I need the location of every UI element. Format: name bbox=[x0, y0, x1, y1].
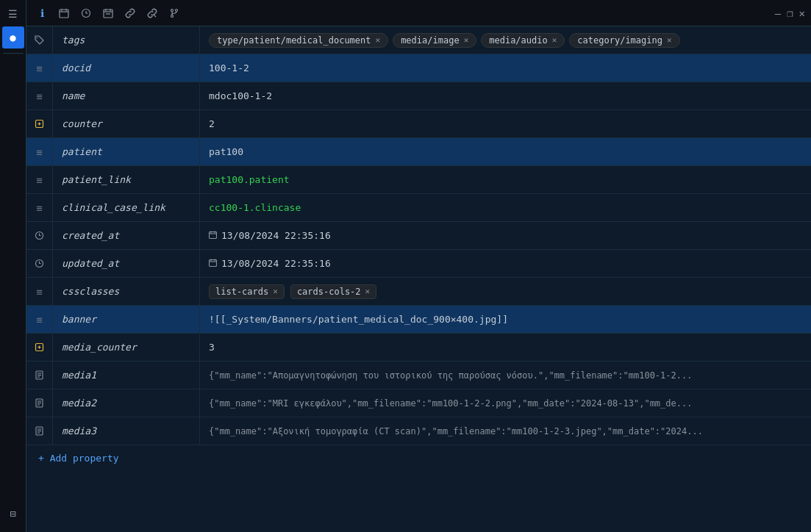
tags-value: type/patient/medical_document ✕ media/im… bbox=[200, 26, 811, 54]
media-counter-key: media_counter bbox=[53, 334, 200, 361]
sidebar-dot-icon[interactable]: ● bbox=[2, 26, 24, 48]
svg-line-10 bbox=[154, 15, 156, 17]
svg-point-15 bbox=[37, 37, 38, 39]
css-chip-remove-1[interactable]: ✕ bbox=[365, 287, 371, 296]
updated-at-key: updated_at bbox=[53, 250, 200, 277]
patient-link-anchor[interactable]: pat100.patient bbox=[209, 174, 290, 185]
css-chip-label-0: list-cards bbox=[215, 287, 268, 297]
media2-row[interactable]: media2 {"mm_name":"MRI εγκεφάλου","mm_fi… bbox=[26, 389, 811, 417]
tag-chip-3[interactable]: category/imaging ✕ bbox=[569, 33, 679, 48]
counter-icon bbox=[26, 110, 53, 137]
calendar-toolbar-icon[interactable] bbox=[54, 4, 74, 23]
banner-row[interactable]: ≡ banner ![[_System/Banners/patient_medi… bbox=[26, 306, 811, 334]
svg-rect-20 bbox=[210, 231, 217, 238]
minimize-button[interactable]: — bbox=[775, 7, 781, 19]
tag-label-0: type/patient/medical_document bbox=[217, 35, 371, 46]
created-at-text: 13/08/2024 22:35:16 bbox=[221, 230, 331, 241]
patient-key: patient bbox=[53, 138, 200, 165]
tag-remove-1[interactable]: ✕ bbox=[464, 35, 469, 45]
sidebar-split-icon[interactable]: ⊟ bbox=[2, 503, 24, 525]
info-toolbar-icon[interactable]: ℹ bbox=[32, 4, 51, 23]
clock-toolbar-icon[interactable] bbox=[76, 4, 96, 23]
clinical-case-anchor[interactable]: cc100-1.clincase bbox=[209, 202, 301, 213]
tags-key: tags bbox=[53, 26, 200, 54]
banner-value[interactable]: ![[_System/Banners/patient_medical_doc_9… bbox=[200, 306, 811, 333]
media1-icon bbox=[26, 362, 53, 389]
clinical-case-icon: ≡ bbox=[26, 194, 53, 221]
svg-point-12 bbox=[171, 15, 174, 17]
name-value[interactable]: mdoc100-1-2 bbox=[200, 82, 811, 109]
tag-chip-1[interactable]: media/image ✕ bbox=[393, 33, 476, 48]
sidebar: ☰ ● ⊟ bbox=[0, 0, 26, 532]
patient-row[interactable]: ≡ patient pat100 bbox=[26, 138, 811, 166]
patient-link-row[interactable]: ≡ patient_link pat100.patient bbox=[26, 166, 811, 194]
tags-row: tags type/patient/medical_document ✕ med… bbox=[26, 26, 811, 54]
tag-remove-2[interactable]: ✕ bbox=[552, 35, 557, 45]
media-counter-value[interactable]: 3 bbox=[200, 334, 811, 361]
cssclasses-value: list-cards ✕ cards-cols-2 ✕ bbox=[200, 278, 811, 305]
sidebar-menu-icon[interactable]: ☰ bbox=[2, 3, 24, 25]
docid-icon: ≡ bbox=[26, 54, 53, 82]
svg-rect-0 bbox=[60, 10, 68, 18]
calendar2-toolbar-icon[interactable] bbox=[99, 4, 118, 23]
media3-row[interactable]: media3 {"mm_name":"Αξονική τομογραφία (C… bbox=[26, 417, 811, 445]
sidebar-bottom: ⊟ bbox=[2, 503, 24, 526]
counter-row[interactable]: counter 2 bbox=[26, 110, 811, 138]
tag-remove-3[interactable]: ✕ bbox=[667, 35, 672, 45]
created-at-icon bbox=[26, 222, 53, 249]
patient-link-key: patient_link bbox=[53, 166, 200, 193]
tag-remove-0[interactable]: ✕ bbox=[376, 35, 381, 45]
media1-value[interactable]: {"mm_name":"Απομαγνητοφώνηση του ιστορικ… bbox=[200, 362, 811, 389]
created-at-dt-icon bbox=[209, 231, 217, 241]
created-at-value[interactable]: 13/08/2024 22:35:16 bbox=[200, 222, 811, 249]
banner-key: banner bbox=[53, 306, 200, 333]
counter-value[interactable]: 2 bbox=[200, 110, 811, 137]
css-chip-label-1: cards-cols-2 bbox=[297, 287, 361, 297]
css-chip-0[interactable]: list-cards ✕ bbox=[209, 284, 285, 299]
cssclasses-key: cssclasses bbox=[53, 278, 200, 305]
updated-at-text: 13/08/2024 22:35:16 bbox=[221, 258, 331, 269]
media1-row[interactable]: media1 {"mm_name":"Απομαγνητοφώνηση του … bbox=[26, 362, 811, 389]
link2-toolbar-icon[interactable] bbox=[143, 4, 162, 23]
link-toolbar-icon[interactable] bbox=[121, 4, 140, 23]
svg-point-11 bbox=[171, 9, 174, 11]
close-button[interactable]: ✕ bbox=[799, 7, 805, 19]
tag-chip-0[interactable]: type/patient/medical_document ✕ bbox=[209, 33, 388, 48]
git-toolbar-icon[interactable] bbox=[165, 4, 184, 23]
patient-value[interactable]: pat100 bbox=[200, 138, 811, 165]
name-key: name bbox=[53, 82, 200, 109]
svg-point-13 bbox=[176, 9, 178, 11]
add-property-button[interactable]: + Add property bbox=[26, 445, 811, 471]
window-controls: — ❐ ✕ bbox=[775, 7, 805, 19]
docid-value[interactable]: 100-1-2 bbox=[200, 54, 811, 82]
patient-icon: ≡ bbox=[26, 138, 53, 165]
css-chip-remove-0[interactable]: ✕ bbox=[273, 287, 278, 296]
tag-label-2: media/audio bbox=[489, 35, 547, 46]
tag-label-3: category/imaging bbox=[577, 35, 662, 46]
created-at-row[interactable]: created_at 13/08/2024 22:35:16 bbox=[26, 222, 811, 250]
name-row[interactable]: ≡ name mdoc100-1-2 bbox=[26, 82, 811, 110]
properties-content: tags type/patient/medical_document ✕ med… bbox=[26, 26, 811, 532]
tag-label-1: media/image bbox=[401, 35, 459, 46]
clinical-case-value[interactable]: cc100-1.clincase bbox=[200, 194, 811, 221]
clinical-case-link-row[interactable]: ≡ clinical_case_link cc100-1.clincase bbox=[26, 194, 811, 222]
banner-icon: ≡ bbox=[26, 306, 53, 333]
docid-key: docid bbox=[53, 54, 200, 82]
docid-row[interactable]: ≡ docid 100-1-2 bbox=[26, 54, 811, 82]
css-chip-1[interactable]: cards-cols-2 ✕ bbox=[290, 284, 376, 299]
media2-icon bbox=[26, 389, 53, 417]
patient-link-value[interactable]: pat100.patient bbox=[200, 166, 811, 193]
media3-value[interactable]: {"mm_name":"Αξονική τομογραφία (CT scan)… bbox=[200, 417, 811, 445]
media2-value[interactable]: {"mm_name":"MRI εγκεφάλου","mm_filename"… bbox=[200, 389, 811, 417]
clinical-case-key: clinical_case_link bbox=[53, 194, 200, 221]
media1-key: media1 bbox=[53, 362, 200, 389]
updated-at-dt-icon bbox=[209, 259, 217, 269]
tag-chip-2[interactable]: media/audio ✕ bbox=[481, 33, 565, 48]
media-counter-row[interactable]: media_counter 3 bbox=[26, 334, 811, 362]
media-counter-icon bbox=[26, 334, 53, 361]
toolbar: ℹ — ❐ ✕ bbox=[26, 0, 811, 26]
updated-at-value[interactable]: 13/08/2024 22:35:16 bbox=[200, 250, 811, 277]
updated-at-row[interactable]: updated_at 13/08/2024 22:35:16 bbox=[26, 250, 811, 278]
tags-icon bbox=[26, 26, 53, 54]
restore-button[interactable]: ❐ bbox=[787, 7, 793, 19]
